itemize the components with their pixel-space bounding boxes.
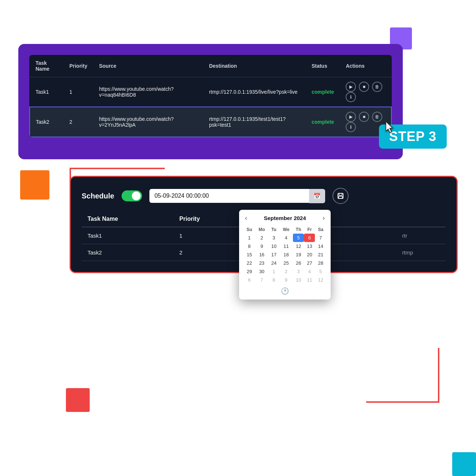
cal-date[interactable]: 30 (255, 267, 268, 276)
cal-date[interactable]: 12 (293, 242, 304, 250)
priority-cell: 2 (174, 244, 243, 261)
cal-date[interactable]: 24 (268, 259, 279, 267)
top-panel: Task Name Priority Source Destination St… (18, 44, 403, 159)
calendar-grid: Su Mo Tu We Th Fr Sa 1 2 3 4 5 6 7 (243, 226, 326, 284)
source-cell: https://www.youtube.com/watch?v=naq84hBI… (93, 77, 203, 107)
cal-date[interactable]: 9 (255, 242, 268, 250)
delete-button[interactable]: 🗑 (372, 82, 382, 92)
cal-day-tu: Tu (268, 226, 279, 234)
cal-date[interactable]: 7 (255, 276, 268, 284)
cal-date[interactable]: 9 (279, 276, 293, 284)
cal-date[interactable]: 1 (268, 267, 279, 276)
red-line-horizontal-2 (366, 401, 439, 403)
calendar-header: ‹ September 2024 › (243, 214, 326, 222)
cyan-square-decoration (452, 452, 476, 476)
cal-date[interactable]: 11 (279, 242, 293, 250)
col-actions: Actions (340, 55, 391, 77)
cal-date[interactable]: 1 (243, 234, 255, 242)
cal-date[interactable]: 13 (304, 242, 315, 250)
stop-button[interactable]: ■ (359, 112, 369, 122)
priority-cell: 2 (63, 107, 93, 137)
cal-date[interactable]: 12 (315, 276, 326, 284)
cal-date[interactable]: 23 (255, 259, 268, 267)
orange-square-decoration (20, 170, 49, 200)
cal-date[interactable]: 3 (293, 267, 304, 276)
cal-date[interactable]: 27 (304, 259, 315, 267)
cal-date[interactable]: 22 (243, 259, 255, 267)
schedule-toggle[interactable] (122, 190, 142, 201)
cal-date-today[interactable]: 6 (304, 234, 315, 242)
status-badge: complete (306, 107, 340, 137)
next-month-button[interactable]: › (321, 214, 326, 222)
play-button[interactable]: ▶ (346, 82, 356, 92)
task-name-cell: Task1 (30, 77, 63, 107)
cal-date[interactable]: 16 (255, 250, 268, 259)
calendar-icon-button[interactable]: 📅 (309, 189, 325, 203)
play-button[interactable]: ▶ (346, 112, 356, 122)
stop-button[interactable]: ■ (359, 82, 369, 92)
date-input-wrap: 📅 (149, 189, 325, 203)
actions-cell: ▶ ■ 🗑 ℹ (340, 77, 391, 107)
cal-day-fr: Fr (304, 226, 315, 234)
cal-date[interactable]: 4 (304, 267, 315, 276)
destination-cell: rtmp://127.0.0.1:1935/live/live?psk=live (203, 77, 306, 107)
cal-date[interactable]: 3 (268, 234, 279, 242)
col-status: Status (306, 55, 340, 77)
cal-date[interactable]: 18 (279, 250, 293, 259)
schedule-label: Schedule (82, 192, 114, 200)
cal-date[interactable]: 29 (243, 267, 255, 276)
cal-date[interactable]: 14 (315, 242, 326, 250)
cal-date[interactable]: 15 (243, 250, 255, 259)
cal-date[interactable]: 11 (304, 276, 315, 284)
cal-date[interactable]: 2 (255, 234, 268, 242)
cal-date[interactable]: 10 (268, 242, 279, 250)
cal-date[interactable]: 25 (279, 259, 293, 267)
task-name-cell: Task1 (82, 227, 174, 244)
top-task-table: Task Name Priority Source Destination St… (29, 55, 392, 137)
save-button[interactable] (332, 188, 349, 204)
table-row: Task1 1 https://www.youtube.com/watch?v=… (30, 77, 391, 107)
calendar-week: 6 7 8 9 10 11 12 (243, 276, 326, 284)
col-destination: Destination (203, 55, 306, 77)
calendar-week: 1 2 3 4 5 6 7 (243, 234, 326, 242)
calendar-week: 22 23 24 25 26 27 28 (243, 259, 326, 267)
cal-date[interactable]: 10 (293, 276, 304, 284)
red-square-decoration (66, 388, 90, 412)
cal-date[interactable]: 17 (268, 250, 279, 259)
schedule-row: Schedule 📅 (82, 188, 446, 204)
prev-month-button[interactable]: ‹ (243, 214, 249, 222)
cal-date[interactable]: 4 (279, 234, 293, 242)
delete-button[interactable]: 🗑 (372, 112, 382, 122)
red-line-horizontal (70, 168, 165, 169)
cal-date[interactable]: 20 (304, 250, 315, 259)
calendar-time-icon[interactable]: 🕐 (243, 287, 326, 295)
cal-date[interactable]: 8 (243, 242, 255, 250)
priority-cell: 1 (63, 77, 93, 107)
date-input[interactable] (149, 189, 309, 203)
calendar-week: 8 9 10 11 12 13 14 (243, 242, 326, 250)
table-row: Task2 2 https://www.youtube.com/watch?v=… (30, 107, 391, 137)
cal-date[interactable]: 21 (315, 250, 326, 259)
cal-date[interactable]: 7 (315, 234, 326, 242)
cal-date-selected[interactable]: 5 (293, 234, 304, 242)
destination-cell: rtmp://127.0.0.1:1935/test1/test1?psk=te… (203, 107, 306, 137)
info-button[interactable]: ℹ (346, 92, 356, 102)
cal-date[interactable]: 28 (315, 259, 326, 267)
info-button[interactable]: ℹ (346, 122, 356, 132)
cal-day-mo: Mo (255, 226, 268, 234)
cal-day-sa: Sa (315, 226, 326, 234)
cal-date[interactable]: 8 (268, 276, 279, 284)
cursor-icon (384, 121, 395, 137)
cal-day-th: Th (293, 226, 304, 234)
col-task-name: Task Name (30, 55, 63, 77)
cal-date[interactable]: 6 (243, 276, 255, 284)
cal-date[interactable]: 5 (315, 267, 326, 276)
calendar-week: 29 30 1 2 3 4 5 (243, 267, 326, 276)
cal-date[interactable]: 19 (293, 250, 304, 259)
destination-cell: rtr (396, 227, 446, 244)
cal-day-we: We (279, 226, 293, 234)
cal-date[interactable]: 2 (279, 267, 293, 276)
col-priority: Priority (174, 211, 243, 227)
cal-date[interactable]: 26 (293, 259, 304, 267)
calendar-popup: ‹ September 2024 › Su Mo Tu We Th Fr Sa … (239, 210, 331, 300)
